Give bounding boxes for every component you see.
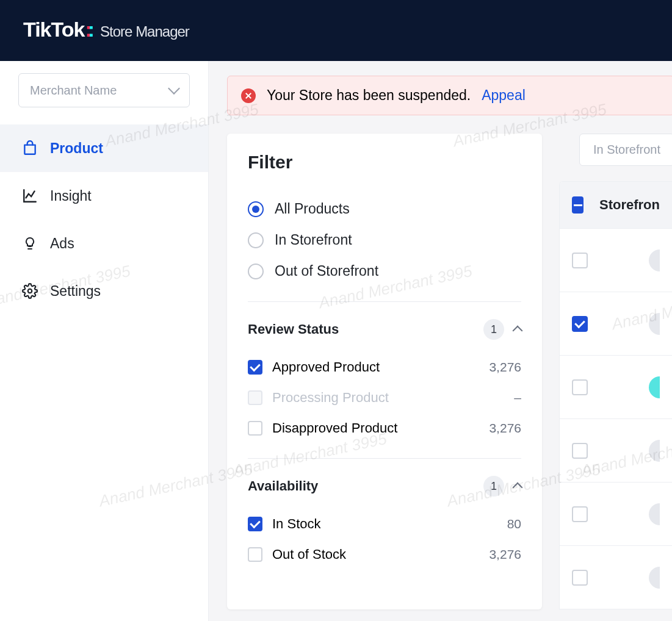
checkbox-icon: [248, 421, 262, 436]
product-table: Storefron: [559, 181, 672, 609]
in-storefront-button[interactable]: In Storefront: [579, 134, 672, 166]
selected-count-badge: 1: [483, 476, 504, 497]
storefront-toggle[interactable]: [649, 376, 660, 398]
appeal-link[interactable]: Appeal: [482, 87, 526, 104]
row-checkbox[interactable]: [572, 570, 588, 586]
check-count: 3,276: [489, 421, 521, 436]
filter-option-out-of-storefront[interactable]: Out of Storefront: [248, 256, 521, 287]
brand-name: TikTok: [23, 18, 84, 41]
checkbox-icon: [248, 390, 262, 405]
storefront-toggle[interactable]: [649, 440, 660, 462]
app-header: TikTok:: Store Manager: [0, 0, 672, 61]
divider: [248, 301, 521, 302]
check-label: Disapproved Product: [272, 420, 397, 436]
check-label: Approved Product: [272, 359, 380, 375]
chevron-down-icon: [168, 82, 180, 95]
filter-in-stock[interactable]: In Stock 80: [248, 509, 521, 539]
storefront-toggle[interactable]: [649, 503, 660, 525]
bulb-icon: [22, 235, 38, 251]
row-checkbox[interactable]: [572, 443, 588, 459]
sidebar-item-label: Insight: [50, 188, 92, 204]
column-header-storefront: Storefron: [599, 197, 660, 213]
merchant-select[interactable]: Merchant Name: [18, 73, 190, 107]
row-checkbox[interactable]: [572, 379, 588, 395]
table-row[interactable]: [560, 228, 672, 292]
row-checkbox[interactable]: [572, 506, 588, 522]
checkbox-icon: [248, 360, 262, 375]
filter-option-in-storefront[interactable]: In Storefront: [248, 224, 521, 256]
chevron-up-icon: [513, 326, 523, 336]
select-all-checkbox[interactable]: [572, 196, 583, 214]
chevron-up-icon: [513, 483, 523, 493]
merchant-select-placeholder: Merchant Name: [30, 84, 117, 98]
sidebar-item-label: Product: [50, 140, 103, 157]
availability-header[interactable]: Availability 1: [248, 476, 521, 497]
brand-logo: TikTok:: Store Manager: [23, 18, 189, 41]
filter-disapproved-product[interactable]: Disapproved Product 3,276: [248, 413, 521, 443]
main-content: Your Store has been suspended. Appeal Fi…: [209, 61, 672, 621]
check-label: Processing Product: [272, 390, 389, 406]
filter-option-all-products[interactable]: All Products: [248, 193, 521, 224]
row-checkbox[interactable]: [572, 253, 588, 268]
sidebar-item-product[interactable]: Product: [0, 124, 208, 172]
sidebar: Merchant Name Product Insight Ads Se: [0, 61, 209, 621]
table-row[interactable]: [560, 482, 672, 545]
error-icon: [241, 88, 256, 103]
alert-message: Your Store has been suspended.: [267, 87, 471, 104]
checkbox-icon: [248, 547, 262, 562]
check-label: In Stock: [272, 516, 320, 532]
bag-icon: [22, 140, 38, 156]
selected-count-badge: 1: [483, 319, 504, 340]
review-status-header[interactable]: Review Status 1: [248, 319, 521, 340]
filter-out-of-stock[interactable]: Out of Stock 3,276: [248, 539, 521, 570]
table-row[interactable]: [560, 545, 672, 609]
filter-option-label: In Storefront: [275, 232, 352, 248]
check-count: –: [514, 390, 521, 405]
table-row[interactable]: [560, 355, 672, 418]
sidebar-item-settings[interactable]: Settings: [0, 267, 208, 315]
product-name: Store Manager: [100, 23, 189, 40]
filter-title: Filter: [248, 152, 521, 173]
storefront-toggle[interactable]: [649, 249, 660, 271]
gear-icon: [22, 283, 38, 299]
filter-approved-product[interactable]: Approved Product 3,276: [248, 352, 521, 382]
sidebar-item-label: Settings: [50, 283, 101, 300]
check-count: 80: [507, 517, 521, 531]
table-row[interactable]: [560, 418, 672, 482]
suspension-alert: Your Store has been suspended. Appeal: [227, 76, 672, 115]
radio-icon: [248, 264, 264, 279]
row-checkbox[interactable]: [572, 316, 588, 332]
table-row[interactable]: [560, 292, 672, 355]
chart-icon: [22, 188, 38, 204]
filter-panel: Filter All Products In Storefront Out of…: [227, 134, 542, 609]
radio-icon: [248, 201, 264, 217]
filter-option-label: Out of Storefront: [275, 263, 378, 279]
filter-option-label: All Products: [275, 201, 350, 217]
svg-point-0: [28, 289, 32, 293]
checkbox-icon: [248, 517, 262, 531]
check-label: Out of Stock: [272, 547, 346, 562]
filter-processing-product: Processing Product –: [248, 382, 521, 413]
table-header: Storefron: [560, 182, 672, 228]
radio-icon: [248, 232, 264, 248]
storefront-toggle[interactable]: [649, 313, 660, 335]
storefront-toggle[interactable]: [649, 567, 660, 589]
sidebar-item-label: Ads: [50, 235, 74, 252]
check-count: 3,276: [489, 547, 521, 562]
section-title: Review Status: [248, 321, 339, 337]
product-table-panel: In Storefront Storefron: [559, 134, 672, 609]
check-count: 3,276: [489, 360, 521, 375]
divider: [248, 458, 521, 459]
sidebar-item-insight[interactable]: Insight: [0, 172, 208, 220]
section-title: Availability: [248, 478, 318, 494]
brand-colon-icon: :: [88, 18, 94, 41]
sidebar-item-ads[interactable]: Ads: [0, 220, 208, 267]
